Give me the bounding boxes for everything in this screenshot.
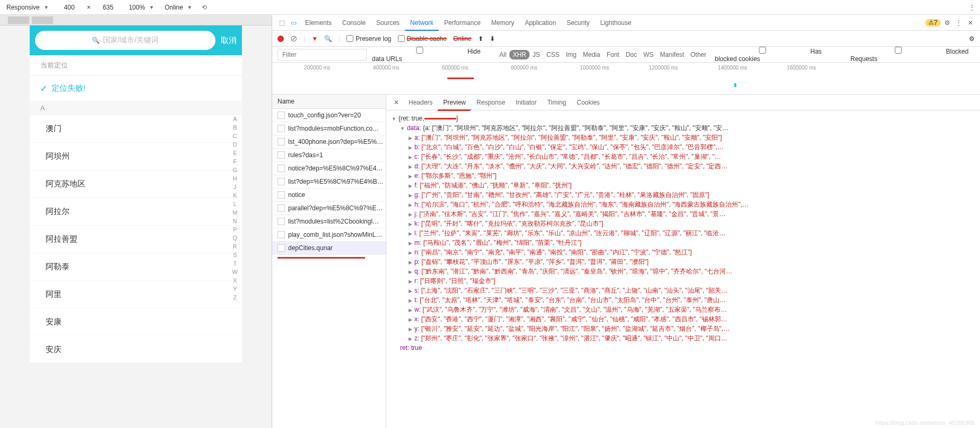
name-header[interactable]: Name xyxy=(272,95,386,109)
tab-memory[interactable]: Memory xyxy=(486,16,519,30)
city-item[interactable]: 阿里 xyxy=(30,281,242,309)
city-item[interactable]: 阿拉尔 xyxy=(30,198,242,226)
filter-type-xhr[interactable]: XHR xyxy=(509,50,529,59)
alpha-letter[interactable]: D xyxy=(232,141,238,148)
filter-type-font[interactable]: Font xyxy=(603,50,622,59)
width-input[interactable] xyxy=(56,4,83,11)
request-row[interactable]: rules?das=1 xyxy=(272,149,386,162)
tab-security[interactable]: Security xyxy=(561,16,595,30)
filter-icon[interactable]: ▼ xyxy=(311,35,318,42)
alpha-letter[interactable]: E xyxy=(232,150,238,156)
request-row[interactable]: list?dep=%E5%8C%97%E4%B… xyxy=(272,175,386,189)
filter-type-img[interactable]: Img xyxy=(562,50,579,59)
alpha-letter[interactable]: Q xyxy=(232,235,238,241)
city-item[interactable]: 澳门 xyxy=(30,115,242,143)
tab-lighthouse[interactable]: Lighthouse xyxy=(595,16,637,30)
request-row[interactable]: notice xyxy=(272,189,386,202)
filter-type-media[interactable]: Media xyxy=(579,50,603,59)
alpha-letter[interactable]: X xyxy=(232,277,238,284)
request-row[interactable]: lst_400phone.json?dep=%E5%… xyxy=(272,135,386,149)
warning-badge[interactable]: ⚠ 7 xyxy=(925,19,941,27)
request-row[interactable]: notice?dep=%E5%8C%97%E4… xyxy=(272,162,386,175)
hide-data-urls-checkbox[interactable]: Hide data URLs xyxy=(372,47,491,63)
search-icon[interactable]: 🔍 xyxy=(324,35,332,42)
filter-type-js[interactable]: JS xyxy=(530,50,543,59)
preview-tab-timing[interactable]: Timing xyxy=(542,96,571,109)
preview-tab-cookies[interactable]: Cookies xyxy=(571,96,605,109)
preview-tab-headers[interactable]: Headers xyxy=(403,96,438,109)
request-row[interactable]: list?modules=list%2Cbookingl… xyxy=(272,215,386,228)
alpha-letter[interactable]: M xyxy=(232,209,238,216)
alpha-letter[interactable]: S xyxy=(232,252,238,258)
request-row[interactable]: parallel?dep=%E5%8C%97%E… xyxy=(272,202,386,215)
blocked-requests-checkbox[interactable]: Blocked Requests xyxy=(851,47,975,63)
alpha-letter[interactable]: N xyxy=(232,218,238,224)
alpha-letter[interactable]: T xyxy=(232,260,238,267)
filter-type-doc[interactable]: Doc xyxy=(622,50,640,59)
disable-cache-checkbox[interactable]: Disable cache xyxy=(398,35,447,42)
more-icon[interactable]: ⋮ xyxy=(953,19,964,27)
settings-icon[interactable]: ⚙ xyxy=(969,35,975,42)
zoom-dropdown[interactable]: 100% xyxy=(126,3,158,12)
filter-type-other[interactable]: Other xyxy=(687,50,709,59)
download-icon[interactable]: ⬇ xyxy=(490,35,495,42)
tab-performance[interactable]: Performance xyxy=(439,16,486,30)
filter-type-manifest[interactable]: Manifest xyxy=(657,50,687,59)
search-input[interactable]: 🔍 国家/城市/关键词 xyxy=(35,31,215,50)
filter-input[interactable] xyxy=(277,49,367,61)
alpha-letter[interactable]: P xyxy=(232,226,238,233)
height-input[interactable] xyxy=(95,4,122,11)
filter-type-css[interactable]: CSS xyxy=(543,50,563,59)
settings-icon[interactable]: ⚙ xyxy=(942,19,952,27)
preview-tab-preview[interactable]: Preview xyxy=(438,96,471,110)
close-preview-icon[interactable]: ✕ xyxy=(391,96,402,109)
online-dropdown[interactable]: Online xyxy=(453,35,472,42)
request-row[interactable]: depCities.qunar xyxy=(272,242,386,255)
alpha-letter[interactable]: H xyxy=(232,175,238,182)
alpha-letter[interactable]: W xyxy=(232,269,238,275)
tab-network[interactable]: Network xyxy=(405,16,439,31)
alpha-letter[interactable]: J xyxy=(232,184,238,190)
alpha-letter[interactable]: F xyxy=(232,158,238,165)
alpha-letter[interactable]: Y xyxy=(232,286,238,292)
alpha-letter[interactable]: C xyxy=(232,133,238,139)
alpha-letter[interactable]: G xyxy=(232,167,238,173)
alpha-letter[interactable]: A xyxy=(232,116,238,122)
city-item[interactable]: 阿勒泰 xyxy=(30,253,242,281)
device-toggle-icon[interactable]: ▭ xyxy=(288,19,299,27)
city-item[interactable]: 阿拉善盟 xyxy=(30,226,242,253)
throttle-dropdown[interactable]: Online xyxy=(161,3,195,12)
alpha-letter[interactable]: Z xyxy=(232,294,238,301)
filter-type-ws[interactable]: WS xyxy=(640,50,657,59)
alpha-letter[interactable]: L xyxy=(232,201,238,207)
responsive-dropdown[interactable]: Responsive xyxy=(3,3,52,12)
tab-sources[interactable]: Sources xyxy=(371,16,405,30)
blocked-cookies-checkbox[interactable]: Has blocked cookies xyxy=(715,47,845,63)
rotate-icon[interactable]: ⟲ xyxy=(200,3,209,12)
city-item[interactable]: 阿坝州 xyxy=(30,143,242,170)
cancel-button[interactable]: 取消 xyxy=(221,36,237,46)
request-row[interactable]: list?modules=mobFunction,co… xyxy=(272,122,386,135)
filter-type-all[interactable]: All xyxy=(496,50,509,59)
more-icon[interactable]: ⋮ xyxy=(967,3,977,12)
record-button[interactable] xyxy=(277,36,284,42)
request-row[interactable]: touch_config.json?ver=20 xyxy=(272,109,386,122)
tab-application[interactable]: Application xyxy=(519,16,561,30)
alpha-letter[interactable]: B xyxy=(232,124,238,131)
inspect-icon[interactable]: ⬚ xyxy=(276,19,287,27)
preserve-log-checkbox[interactable]: Preserve log xyxy=(346,35,391,42)
preview-tab-response[interactable]: Response xyxy=(471,96,510,109)
timeline[interactable]: ▮ ˙ ˙ ˙ 200000 ms400000 ms600000 ms80000… xyxy=(272,63,980,95)
city-item[interactable]: 安康 xyxy=(30,309,242,336)
tab-console[interactable]: Console xyxy=(337,16,371,30)
preview-tab-initiator[interactable]: Initiator xyxy=(510,96,542,109)
close-icon[interactable]: ✕ xyxy=(965,19,976,27)
alpha-letter[interactable]: K xyxy=(232,192,238,199)
alpha-index[interactable]: ABCDEFGHJKLMNPQRSTWXYZ xyxy=(232,116,238,301)
location-fail[interactable]: 定位失败! xyxy=(30,76,242,101)
request-row[interactable]: play_comb_list.json?showMinL… xyxy=(272,228,386,242)
upload-icon[interactable]: ⬆ xyxy=(478,35,483,42)
tab-elements[interactable]: Elements xyxy=(300,16,337,30)
json-tree[interactable]: {ret: true,}data: {a: ["澳门", "阿坝州", "阿克苏… xyxy=(386,110,980,428)
alpha-letter[interactable]: R xyxy=(232,243,238,250)
